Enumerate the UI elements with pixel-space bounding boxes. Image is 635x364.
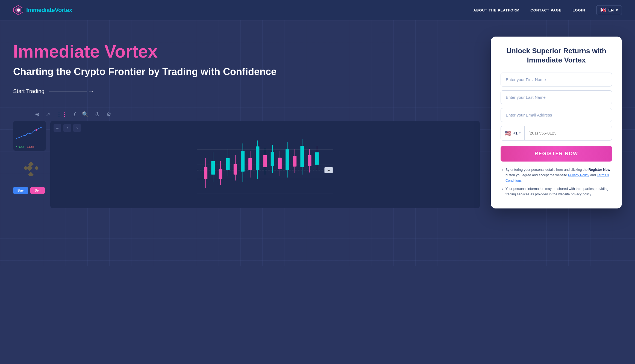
hero-title: Immediate Vortex	[13, 42, 480, 61]
svg-rect-43	[308, 155, 311, 166]
register-button[interactable]: REGISTER NOW	[501, 146, 612, 162]
buy-sell-buttons: Buy Sell	[13, 187, 46, 194]
chart-menu-icon[interactable]: ≡	[54, 124, 61, 132]
clock-icon[interactable]: ⏱	[95, 111, 100, 118]
svg-rect-39	[293, 156, 296, 167]
phone-flag-icon: 🇺🇸	[505, 130, 511, 136]
hero-subtitle: Charting the Crypto Frontier by Trading …	[13, 65, 480, 78]
nav-login[interactable]: LOGIN	[572, 8, 585, 12]
candlestick-chart-svg: ▶	[54, 135, 477, 203]
logo-icon	[13, 5, 23, 15]
svg-rect-6	[34, 166, 38, 171]
hero-section: Immediate Vortex Charting the Crypto Fro…	[0, 20, 635, 266]
sell-button[interactable]: Sell	[30, 187, 45, 194]
mini-chart-svg	[16, 124, 43, 143]
chart-toolbar: ⊕ ↗ ⋮⋮ ƒ 🔍 ⏱ ⚙	[35, 111, 480, 118]
svg-rect-21	[226, 158, 230, 170]
disclaimer-1-bold: Register Now	[589, 168, 610, 172]
mini-chart-stats: +78.4% -18.4%	[16, 145, 43, 148]
svg-rect-7	[28, 172, 34, 176]
crosshair-icon[interactable]: ⊕	[35, 111, 40, 118]
chart-prev-icon[interactable]: ‹	[63, 124, 71, 132]
flag-icon: 🇬🇧	[600, 7, 606, 13]
svg-rect-45	[315, 153, 319, 165]
hero-left: Immediate Vortex Charting the Crypto Fro…	[13, 37, 491, 208]
trendline-icon[interactable]: ↗	[46, 111, 50, 118]
chart-nav: ≡ ‹ ›	[54, 124, 477, 132]
form-title: Unlock Superior Returns with Immediate V…	[501, 46, 612, 65]
privacy-policy-link[interactable]: Privacy Policy	[568, 173, 589, 177]
form-disclaimers: By entering your personal details here a…	[501, 167, 612, 197]
language-selector[interactable]: 🇬🇧 EN ▾	[596, 5, 622, 15]
left-panel: +78.4% -18.4%	[13, 121, 46, 208]
stat-negative: -18.4%	[27, 145, 34, 148]
candlestick-icon[interactable]: ⋮⋮	[56, 111, 67, 118]
disclaimer-and: and	[589, 173, 597, 177]
registration-form: Unlock Superior Returns with Immediate V…	[491, 37, 622, 208]
start-trading-cta[interactable]: Start Trading	[13, 88, 480, 95]
svg-rect-27	[248, 158, 252, 170]
phone-chevron-icon: ▾	[519, 132, 521, 135]
logo[interactable]: ImmediateVortex	[13, 5, 72, 15]
binance-logo	[13, 154, 46, 181]
binance-diamond-icon	[21, 160, 38, 176]
svg-rect-35	[278, 158, 282, 169]
email-input[interactable]	[501, 108, 612, 122]
start-trading-label: Start Trading	[13, 88, 45, 94]
nav-contact[interactable]: CONTACT PAGE	[530, 8, 561, 12]
trading-mockup: ⊕ ↗ ⋮⋮ ƒ 🔍 ⏱ ⚙ +78.4%	[13, 111, 480, 208]
nav-links: ABOUT THE PLATFORM CONTACT PAGE LOGIN 🇬🇧…	[474, 5, 622, 15]
stat-positive: +78.4%	[16, 145, 24, 148]
last-name-input[interactable]	[501, 90, 612, 104]
svg-rect-29	[256, 147, 259, 170]
phone-country-selector[interactable]: 🇺🇸 +1 ▾	[501, 126, 525, 140]
navbar: ImmediateVortex ABOUT THE PLATFORM CONTA…	[0, 0, 635, 20]
svg-text:▶: ▶	[328, 169, 330, 172]
phone-input[interactable]	[525, 127, 612, 139]
nav-about[interactable]: ABOUT THE PLATFORM	[474, 8, 520, 12]
chart-next-icon[interactable]: ›	[73, 124, 81, 132]
disclaimer-1-pre: By entering your personal details here a…	[505, 168, 589, 172]
lang-code: EN	[608, 8, 614, 12]
formula-icon[interactable]: ƒ	[73, 111, 76, 118]
svg-rect-33	[271, 152, 274, 166]
svg-rect-19	[219, 169, 222, 179]
disclaimer-1: By entering your personal details here a…	[505, 167, 612, 183]
svg-rect-37	[286, 150, 289, 170]
phone-country-code: +1	[513, 131, 518, 135]
svg-rect-17	[211, 161, 215, 175]
trading-window: +78.4% -18.4%	[13, 121, 480, 208]
svg-rect-41	[300, 146, 304, 167]
settings-icon[interactable]: ⚙	[106, 111, 111, 118]
svg-rect-15	[204, 167, 207, 179]
start-trading-arrow-icon	[49, 88, 94, 95]
disclaimer-2: Your personal information may be shared …	[505, 186, 612, 197]
buy-button[interactable]: Buy	[13, 187, 28, 194]
chevron-down-icon: ▾	[616, 8, 618, 12]
svg-point-3	[36, 129, 37, 131]
logo-text: ImmediateVortex	[26, 7, 72, 14]
zoom-icon[interactable]: 🔍	[82, 111, 89, 118]
main-chart-container: ≡ ‹ ›	[50, 121, 480, 208]
phone-row: 🇺🇸 +1 ▾	[501, 126, 612, 141]
disclaimer-1-mid: button you agree and accept the website	[505, 173, 568, 177]
logo-plain: mmediate	[28, 7, 55, 13]
logo-accent: Vortex	[55, 7, 72, 13]
svg-rect-23	[234, 164, 237, 175]
svg-rect-25	[241, 151, 245, 172]
first-name-input[interactable]	[501, 73, 612, 86]
svg-rect-31	[263, 155, 267, 167]
mini-chart: +78.4% -18.4%	[13, 121, 46, 151]
